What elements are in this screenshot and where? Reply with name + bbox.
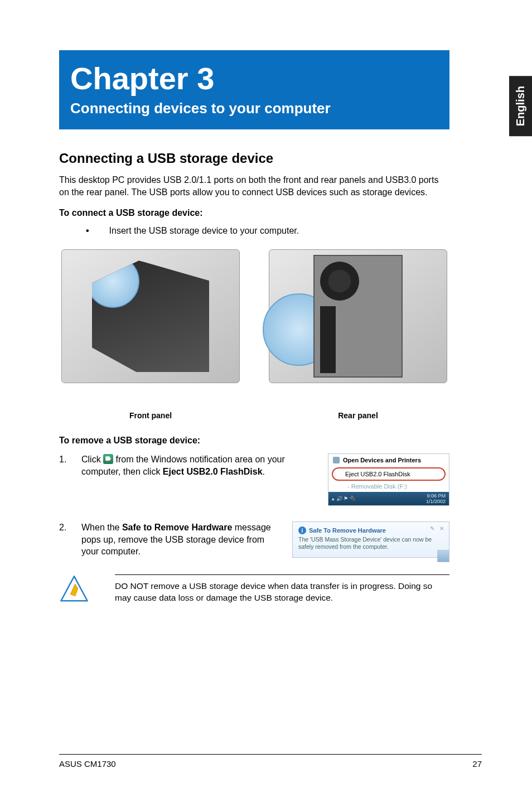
safe-remove-label: Safe to Remove Hardware: [122, 523, 232, 532]
pc-front-illustration: [92, 260, 209, 372]
footer-page-number: 27: [472, 759, 482, 769]
warning-text: DO NOT remove a USB storage device when …: [115, 581, 449, 604]
step-number: 1.: [59, 453, 81, 506]
safely-remove-tray-icon: [103, 454, 113, 464]
pc-rear-illustration: [313, 255, 403, 378]
usb-callout-circle: [86, 255, 139, 308]
eject-flashdisk-label: Eject USB2.0 FlashDisk: [163, 467, 263, 476]
tray-date: 1/1/2002: [426, 499, 446, 504]
step-number: 2.: [59, 521, 81, 558]
footer-model: ASUS CM1730: [59, 759, 116, 769]
section-heading: Connecting a USB storage device: [59, 151, 449, 166]
safe-remove-message: The 'USB Mass Storage Device' device can…: [298, 536, 443, 550]
step-2-row: 2. When the Safe to Remove Hardware mess…: [59, 521, 449, 558]
connect-bullet-row: • Insert the USB storage device to your …: [59, 226, 449, 236]
open-devices-row: Open Devices and Printers: [328, 454, 449, 466]
rear-panel-figure: Rear panel: [267, 249, 449, 420]
chapter-subtitle: Connecting devices to your computer: [70, 100, 438, 117]
page-footer: ASUS CM1730 27: [59, 754, 482, 769]
safe-remove-title: Safe To Remove Hardware: [309, 527, 386, 534]
warning-box: DO NOT remove a USB storage device when …: [59, 574, 449, 605]
warning-icon: [59, 574, 89, 605]
tray-time: 9:06 PM: [427, 493, 446, 499]
rear-panel-caption: Rear panel: [338, 411, 378, 420]
balloon-close-icons: ✎ ✕: [430, 525, 446, 532]
page-content: Chapter 3 Connecting devices to your com…: [0, 0, 532, 802]
rear-panel-image: [269, 249, 447, 383]
eject-flashdisk-row: Eject USB2.0 FlashDisk: [332, 467, 446, 481]
tray-icons: ▴ 🔊 ⚑ 🔌: [332, 496, 356, 501]
front-panel-image: [61, 249, 240, 383]
front-panel-figure: Front panel: [59, 249, 242, 420]
intro-paragraph: This desktop PC provides USB 2.0/1.1 por…: [59, 174, 449, 198]
eject-menu-screenshot: Open Devices and Printers Eject USB2.0 F…: [328, 453, 449, 506]
step-1-row: 1. Click from the Windows notification a…: [59, 453, 449, 506]
safe-remove-screenshot: ✎ ✕ i Safe To Remove Hardware The 'USB M…: [292, 521, 449, 558]
connect-subheading: To connect a USB storage device:: [59, 208, 449, 218]
connect-bullet-text: Insert the USB storage device to your co…: [109, 226, 299, 236]
taskbar-tray: ▴ 🔊 ⚑ 🔌 9:06 PM 1/1/2002: [328, 492, 449, 505]
info-icon: i: [298, 526, 306, 534]
front-panel-caption: Front panel: [129, 411, 172, 420]
divider: [115, 574, 449, 575]
chapter-title: Chapter 3: [70, 60, 438, 96]
removable-disk-row: - Removable Disk (F:): [328, 482, 449, 492]
devices-icon: [333, 457, 340, 463]
step-1-body: Click from the Windows notification area…: [81, 453, 313, 506]
remove-subheading: To remove a USB storage device:: [59, 436, 449, 446]
chapter-banner: Chapter 3 Connecting devices to your com…: [59, 50, 449, 129]
panel-figures-row: Front panel Rear panel: [59, 249, 449, 420]
bullet-dot-icon: •: [86, 226, 89, 236]
balloon-corner-icon: [437, 550, 449, 562]
step-2-body: When the Safe to Remove Hardware message…: [81, 521, 278, 558]
